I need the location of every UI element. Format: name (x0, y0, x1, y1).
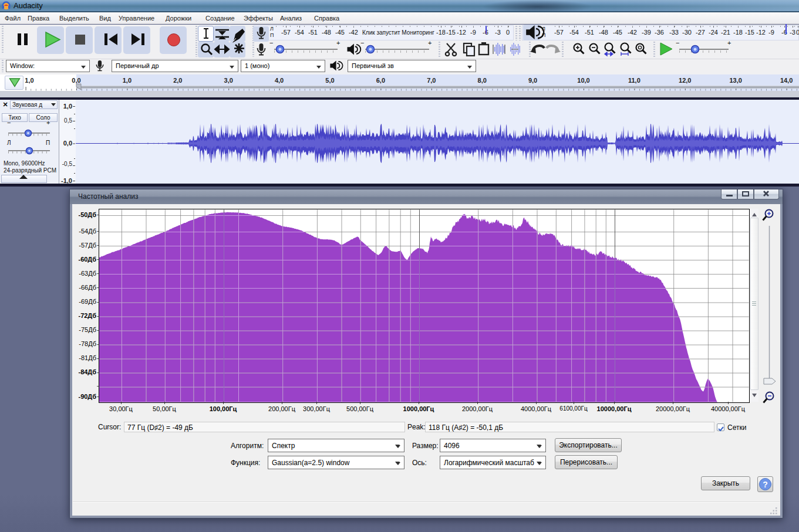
svg-text:П: П (270, 32, 274, 38)
svg-text:+: + (428, 39, 431, 46)
svg-text:−: − (7, 119, 11, 126)
svg-text:?: ? (763, 480, 768, 489)
svg-text:Л: Л (270, 26, 274, 32)
svg-text:Л: Л (7, 140, 11, 146)
svg-text:−: − (676, 39, 679, 46)
svg-text:П: П (46, 140, 50, 146)
svg-text:П: П (542, 32, 545, 38)
svg-text:+: + (727, 39, 731, 46)
svg-text:+: + (336, 39, 340, 46)
svg-text:−: − (360, 39, 364, 46)
svg-text:−: − (269, 39, 273, 46)
svg-text:+: + (46, 119, 50, 126)
svg-text:Л: Л (542, 26, 545, 32)
